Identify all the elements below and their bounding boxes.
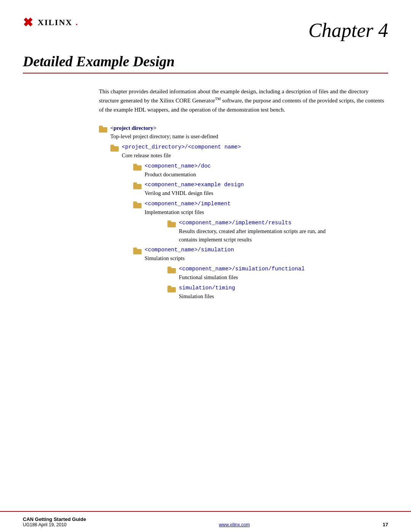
dir-item-simulation: <component_name>/simulation Simulation s…: [133, 247, 388, 300]
intro-paragraph: This chapter provides detailed informati…: [99, 87, 388, 114]
footer-url[interactable]: www.xilinx.com: [219, 522, 250, 527]
footer-left: CAN Getting Started Guide UG186 April 19…: [23, 516, 86, 527]
dir-desc-implement: Implementation script files: [145, 208, 388, 217]
logo: ✖ XILINX.: [23, 15, 78, 30]
footer-doc-title: CAN Getting Started Guide: [23, 516, 86, 522]
folder-icon: [133, 248, 142, 254]
dir-item-component: <project_directory>/<component name> Cor…: [110, 144, 388, 301]
title-section: Detailed Example Design: [0, 42, 411, 73]
dir-desc-doc: Product documentation: [145, 171, 388, 179]
dir-desc-functional: Functional simulation files: [179, 273, 388, 282]
dir-desc-simulation: Simulation scripts: [145, 254, 388, 263]
logo-x-symbol: ✖: [23, 15, 33, 30]
dir-link-component[interactable]: <project_directory>/<component name>: [122, 144, 241, 150]
page-header: ✖ XILINX. Chapter 4: [0, 0, 411, 42]
dir-link-implement[interactable]: <component_name>/implement: [145, 201, 231, 207]
dir-link-timing[interactable]: simulation/timing: [179, 285, 235, 291]
dir-row: <component_name>/implement/results: [167, 220, 388, 227]
dir-link-simulation[interactable]: <component_name>/simulation: [145, 247, 234, 253]
dir-row: simulation/timing: [167, 285, 388, 292]
dir-item-results: <component_name>/implement/results Resul…: [167, 220, 388, 244]
dir-row: <component_name>/doc: [133, 163, 388, 171]
footer-doc-id: UG186 April 19, 2010: [23, 522, 86, 527]
dir-desc-timing: Simulation files: [179, 292, 388, 301]
logo-text: XILINX: [38, 18, 72, 27]
page-footer: CAN Getting Started Guide UG186 April 19…: [0, 511, 411, 532]
dir-item-example-design: <component_name>example design Verilog a…: [133, 182, 388, 198]
dir-link-functional[interactable]: <component_name>/simulation/functional: [179, 266, 305, 272]
page-title: Detailed Example Design: [23, 53, 388, 70]
folder-icon: [167, 220, 176, 227]
chapter-heading: Chapter 4: [309, 15, 388, 42]
dir-item-doc: <component_name>/doc Product documentati…: [133, 163, 388, 179]
folder-icon: [167, 286, 176, 292]
folder-icon: [167, 267, 176, 273]
folder-icon: [133, 182, 142, 189]
dir-item-timing: simulation/timing Simulation files: [167, 285, 388, 301]
footer-page-number: 17: [383, 522, 388, 527]
dir-item-project: <project directory> Top-level project di…: [99, 125, 388, 301]
dir-row: <component_name>/simulation/functional: [167, 266, 388, 273]
dir-link-doc[interactable]: <component_name>/doc: [145, 163, 211, 169]
dir-row: <component_name>/simulation: [133, 247, 388, 254]
folder-icon: [133, 201, 142, 208]
dir-item-implement: <component_name>/implement Implementatio…: [133, 201, 388, 244]
folder-icon: [110, 145, 119, 152]
dir-row: <project directory>: [99, 125, 388, 133]
dir-link-results[interactable]: <component_name>/implement/results: [179, 220, 292, 226]
directory-tree: <project directory> Top-level project di…: [38, 125, 388, 301]
dir-row: <component_name>example design: [133, 182, 388, 189]
dir-desc-component: Core release notes file: [122, 152, 388, 160]
folder-icon: [133, 164, 142, 171]
dir-link-project[interactable]: <project directory>: [110, 125, 156, 131]
main-content: This chapter provides detailed informati…: [0, 73, 411, 301]
dir-desc-example-design: Verilog and VHDL design files: [145, 189, 388, 198]
logo-dot: .: [75, 18, 78, 27]
folder-icon: [99, 126, 107, 133]
page: ✖ XILINX. Chapter 4 Detailed Example Des…: [0, 0, 411, 532]
dir-row: <component_name>/implement: [133, 201, 388, 208]
dir-item-functional: <component_name>/simulation/functional F…: [167, 266, 388, 282]
dir-row: <project_directory>/<component name>: [110, 144, 388, 152]
dir-desc-project: Top-level project directory; name is use…: [110, 133, 388, 141]
dir-desc-results: Results directory, created after impleme…: [179, 227, 377, 244]
dir-link-example-design[interactable]: <component_name>example design: [145, 182, 244, 188]
